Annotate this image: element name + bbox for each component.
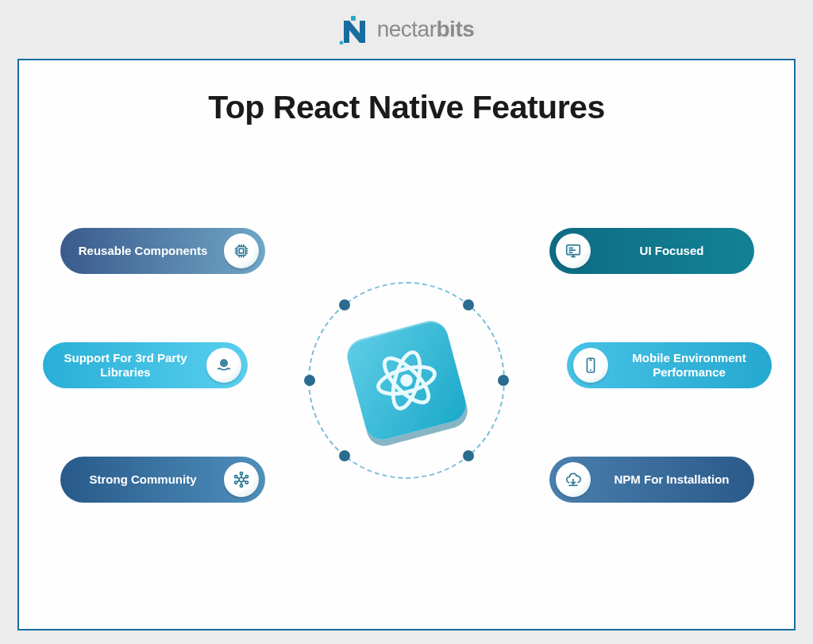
orbit-dot xyxy=(339,299,350,310)
svg-point-2 xyxy=(399,373,414,388)
content-panel: Top React Native Features xyxy=(17,59,796,631)
feature-reusable-components: Reusable Components xyxy=(60,228,265,274)
svg-rect-0 xyxy=(351,16,356,21)
chip-icon xyxy=(224,233,259,268)
brand-name: nectarbits xyxy=(377,17,475,42)
svg-point-1 xyxy=(339,41,343,44)
svg-point-11 xyxy=(245,476,248,478)
svg-rect-6 xyxy=(237,247,246,256)
brand-header: nectarbits xyxy=(0,0,813,59)
orbit-dot xyxy=(304,375,315,386)
brand-name-suffix: bits xyxy=(437,17,475,41)
monitor-icon xyxy=(556,233,591,268)
feature-npm-installation: NPM For Installation xyxy=(549,457,754,503)
feature-label: NPM For Installation xyxy=(597,472,754,487)
feature-label: Reusable Components xyxy=(60,244,218,258)
svg-point-18 xyxy=(590,369,591,371)
svg-point-15 xyxy=(234,476,237,478)
feature-mobile-performance: Mobile Environment Performance xyxy=(567,342,772,388)
hands-globe-icon xyxy=(206,348,241,383)
svg-rect-7 xyxy=(239,249,244,253)
orbit-dot xyxy=(339,450,350,461)
orbit-dot xyxy=(463,299,474,310)
orbit-dot xyxy=(498,375,509,386)
svg-point-12 xyxy=(245,481,248,484)
feature-label: Strong Community xyxy=(60,472,218,487)
cloud-download-icon xyxy=(556,462,591,497)
brand-logo-icon xyxy=(339,14,369,44)
react-atom-icon xyxy=(360,334,453,427)
orbit-dot xyxy=(463,450,474,461)
page-title: Top React Native Features xyxy=(19,89,794,126)
feature-third-party-libraries: Support For 3rd Party Libraries xyxy=(43,342,248,388)
features-diagram: Reusable Components Support For 3rd Part… xyxy=(19,158,794,603)
network-icon xyxy=(224,462,259,497)
brand-name-prefix: nectar xyxy=(377,17,437,41)
feature-label: UI Focused xyxy=(597,244,754,258)
svg-point-14 xyxy=(234,481,237,484)
svg-point-13 xyxy=(240,484,242,487)
feature-label: Mobile Environment Performance xyxy=(615,351,772,380)
svg-point-9 xyxy=(239,477,244,482)
svg-point-10 xyxy=(240,472,242,475)
feature-strong-community: Strong Community xyxy=(60,457,265,503)
feature-label: Support For 3rd Party Libraries xyxy=(43,351,200,380)
phone-icon xyxy=(573,348,608,383)
feature-ui-focused: UI Focused xyxy=(549,228,754,274)
